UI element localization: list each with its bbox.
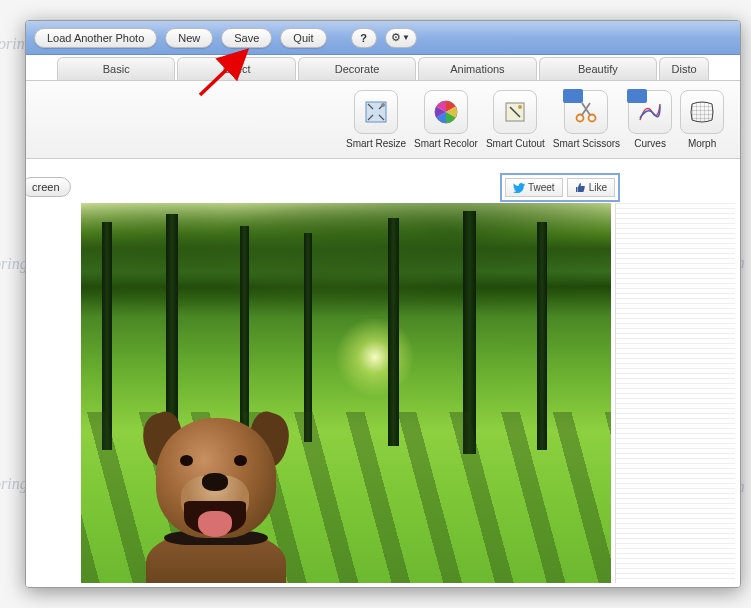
curves-icon [628, 90, 672, 134]
tool-morph[interactable]: Morph [680, 90, 724, 149]
tab-decorate[interactable]: Decorate [298, 57, 416, 80]
tab-basic[interactable]: Basic [57, 57, 175, 80]
park-background [81, 203, 611, 583]
tool-smart-recolor[interactable]: Smart Recolor [414, 90, 478, 149]
tab-distort[interactable]: Disto [659, 57, 709, 80]
tab-bar: Basic Effect Decorate Animations Beautif… [26, 55, 740, 81]
top-toolbar: Load Another Photo New Save Quit ? ⚙ ▼ [26, 21, 740, 55]
tool-label: Smart Resize [346, 138, 406, 149]
tool-smart-cutout[interactable]: Smart Cutout [486, 90, 545, 149]
chevron-down-icon: ▼ [402, 33, 410, 42]
svg-point-4 [518, 105, 522, 109]
morph-icon [680, 90, 724, 134]
editor-window: Load Another Photo New Save Quit ? ⚙ ▼ B… [25, 20, 741, 588]
new-button[interactable]: New [165, 28, 213, 48]
image-canvas[interactable] [81, 203, 611, 583]
tool-label: Smart Recolor [414, 138, 478, 149]
settings-button[interactable]: ⚙ ▼ [385, 28, 417, 48]
cutout-icon [493, 90, 537, 134]
help-button[interactable]: ? [351, 28, 377, 48]
quit-button[interactable]: Quit [280, 28, 326, 48]
tweet-label: Tweet [528, 182, 555, 193]
tweet-button[interactable]: Tweet [505, 178, 563, 197]
tool-smart-scissors[interactable]: Smart Scissors [553, 90, 620, 149]
load-another-photo-button[interactable]: Load Another Photo [34, 28, 157, 48]
like-button[interactable]: Like [567, 178, 615, 197]
tool-label: Smart Cutout [486, 138, 545, 149]
tool-label: Smart Scissors [553, 138, 620, 149]
resize-icon [354, 90, 398, 134]
ruler-right [615, 203, 735, 583]
save-button[interactable]: Save [221, 28, 272, 48]
tool-label: Curves [634, 138, 666, 149]
gear-icon: ⚙ [391, 31, 401, 44]
tool-smart-resize[interactable]: Smart Resize [346, 90, 406, 149]
like-label: Like [589, 182, 607, 193]
svg-point-1 [381, 103, 385, 107]
thumbs-up-icon [575, 182, 586, 193]
scissors-icon [564, 90, 608, 134]
tool-strip: Smart Resize Smart Recolor Smart Cutout … [26, 81, 740, 159]
content-area: creen Tweet Like [26, 159, 740, 587]
recolor-icon [424, 90, 468, 134]
dog-subject [126, 403, 306, 583]
twitter-icon [513, 183, 525, 193]
social-share-box: Tweet Like [500, 173, 620, 202]
tab-animations[interactable]: Animations [418, 57, 536, 80]
tab-effect[interactable]: Effect [177, 57, 295, 80]
tool-curves[interactable]: Curves [628, 90, 672, 149]
tool-label: Morph [688, 138, 716, 149]
tab-beautify[interactable]: Beautify [539, 57, 657, 80]
svg-point-6 [589, 115, 596, 122]
svg-point-5 [577, 115, 584, 122]
screen-button[interactable]: creen [26, 177, 71, 197]
